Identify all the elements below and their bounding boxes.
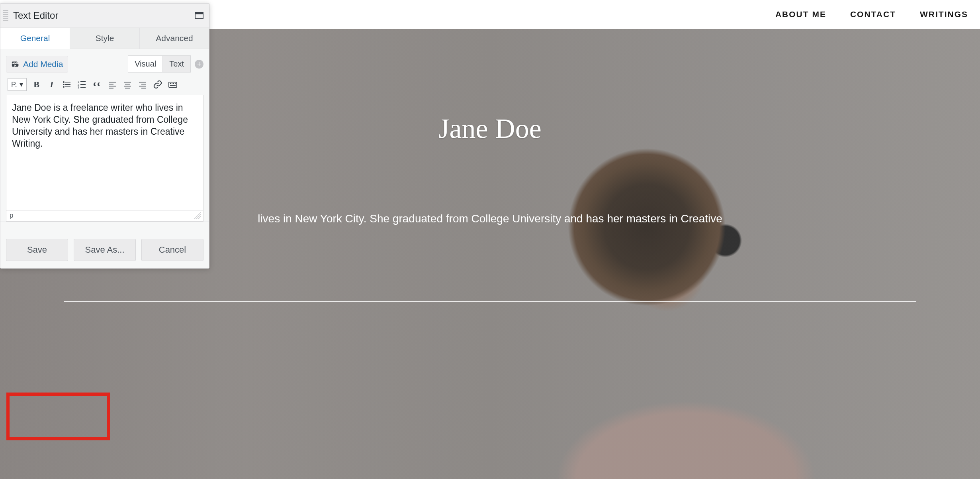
- media-row: Add Media Visual Text +: [6, 55, 203, 73]
- editor-body: Add Media Visual Text + P. ▾ B I: [0, 49, 209, 222]
- nav-writings[interactable]: WRITINGS: [920, 10, 968, 19]
- svg-point-2: [63, 84, 65, 85]
- add-toolbar-icon[interactable]: +: [195, 60, 203, 69]
- mode-visual[interactable]: Visual: [128, 55, 163, 73]
- editor-mode-tabs: Visual Text +: [128, 55, 203, 73]
- svg-rect-5: [65, 86, 70, 87]
- svg-rect-24: [169, 82, 177, 87]
- svg-rect-23: [141, 88, 146, 88]
- save-button[interactable]: Save: [6, 239, 68, 261]
- content-editor[interactable]: Jane Doe is a freelance writer who lives…: [6, 95, 203, 210]
- svg-text:1: 1: [78, 80, 79, 83]
- svg-rect-16: [124, 82, 131, 82]
- align-right-icon[interactable]: [137, 79, 148, 90]
- panel-title: Text Editor: [13, 10, 190, 21]
- svg-point-0: [63, 81, 65, 83]
- hero-divider: [64, 301, 916, 302]
- save-as-button[interactable]: Save As...: [74, 239, 136, 261]
- drag-handle-icon[interactable]: [3, 8, 8, 24]
- paragraph-selector[interactable]: P. ▾: [8, 78, 27, 91]
- maximize-icon[interactable]: [195, 12, 203, 19]
- panel-tabs: General Style Advanced: [0, 28, 209, 49]
- svg-rect-17: [125, 84, 130, 84]
- svg-rect-11: [80, 87, 86, 88]
- panel-footer: Save Save As... Cancel: [0, 222, 209, 268]
- add-media-label: Add Media: [23, 59, 63, 69]
- svg-rect-7: [80, 81, 86, 82]
- svg-text:3: 3: [78, 86, 79, 89]
- bulleted-list-icon[interactable]: [62, 79, 72, 90]
- link-icon[interactable]: [153, 79, 163, 90]
- mode-text[interactable]: Text: [163, 55, 191, 73]
- chevron-down-icon: ▾: [20, 80, 23, 89]
- svg-rect-1: [65, 82, 70, 82]
- svg-point-4: [63, 86, 65, 88]
- italic-button[interactable]: I: [47, 79, 57, 90]
- nav-contact[interactable]: CONTACT: [850, 10, 896, 19]
- align-center-icon[interactable]: [122, 79, 133, 90]
- element-path[interactable]: p: [10, 212, 13, 220]
- panel-header: Text Editor: [0, 4, 209, 28]
- resize-grip-icon[interactable]: [194, 212, 201, 219]
- format-toolbar: P. ▾ B I 123: [6, 73, 203, 95]
- svg-rect-15: [109, 88, 113, 88]
- editor-statusbar: p: [6, 210, 203, 221]
- svg-rect-18: [124, 86, 131, 86]
- cancel-button[interactable]: Cancel: [141, 239, 203, 261]
- svg-rect-13: [109, 84, 113, 84]
- nav-items: ABOUT ME CONTACT WRITINGS: [775, 10, 968, 19]
- keyboard-icon[interactable]: [168, 79, 178, 90]
- svg-rect-22: [139, 86, 146, 86]
- svg-text:2: 2: [78, 83, 79, 86]
- hero-title: Jane Doe: [438, 113, 542, 145]
- tab-advanced[interactable]: Advanced: [140, 28, 209, 49]
- media-icon: [11, 60, 20, 69]
- add-media-button[interactable]: Add Media: [6, 56, 68, 73]
- blockquote-icon[interactable]: [92, 79, 102, 90]
- svg-rect-9: [80, 84, 86, 85]
- tab-general[interactable]: General: [0, 28, 70, 49]
- nav-about-me[interactable]: ABOUT ME: [775, 10, 826, 19]
- svg-rect-12: [109, 82, 116, 82]
- numbered-list-icon[interactable]: 123: [77, 79, 87, 90]
- paragraph-selector-label: P.: [11, 80, 17, 89]
- tab-style[interactable]: Style: [70, 28, 140, 49]
- svg-rect-3: [65, 84, 70, 85]
- svg-rect-21: [141, 84, 146, 84]
- svg-rect-19: [125, 88, 130, 88]
- svg-rect-20: [139, 82, 146, 82]
- align-left-icon[interactable]: [107, 79, 117, 90]
- bold-button[interactable]: B: [31, 79, 42, 90]
- text-area-wrap: Jane Doe is a freelance writer who lives…: [6, 95, 203, 222]
- svg-rect-14: [109, 86, 116, 86]
- text-editor-panel: Text Editor General Style Advanced Add M…: [0, 3, 209, 269]
